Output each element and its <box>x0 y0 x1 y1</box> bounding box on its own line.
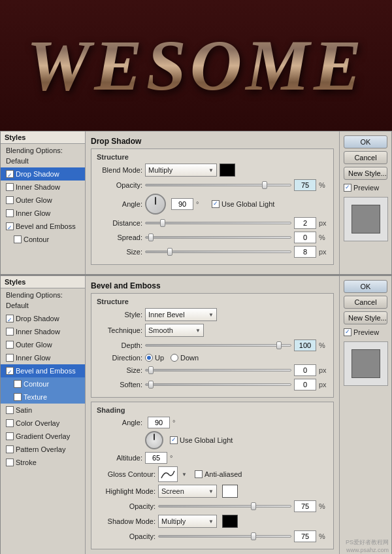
panel1-spread-track[interactable] <box>145 236 291 239</box>
panel2-depth-input[interactable] <box>294 339 316 351</box>
panel2-bevel-emboss-cb[interactable] <box>6 367 14 375</box>
panel1-distance-track[interactable] <box>145 222 291 224</box>
panel2-highlight-opacity-input[interactable] <box>294 500 316 512</box>
panel1-cancel-btn[interactable]: Cancel <box>344 151 387 164</box>
panel1-angle-dial[interactable] <box>145 194 166 215</box>
panel2-size-thumb[interactable] <box>148 366 154 374</box>
panel1-contour[interactable]: Contour <box>1 233 85 246</box>
panel1-bevel-emboss[interactable]: Bevel and Emboss <box>1 220 85 233</box>
panel2-new-style-btn[interactable]: New Style... <box>344 311 387 324</box>
panel1-outer-glow-cb[interactable] <box>6 196 14 204</box>
panel2-color-overlay-cb[interactable] <box>6 419 14 427</box>
panel1-opacity-input[interactable] <box>294 179 316 191</box>
panel2-shadow-swatch[interactable] <box>222 515 238 528</box>
panel1-angle-input[interactable] <box>171 198 193 210</box>
panel2-inner-shadow-cb[interactable] <box>6 328 14 336</box>
panel2-gloss-contour-box[interactable] <box>158 466 178 482</box>
panel2-direction-up-radio[interactable] <box>145 354 153 362</box>
panel2-satin[interactable]: Satin <box>1 404 85 417</box>
panel1-size-thumb[interactable] <box>167 248 172 256</box>
panel2-shadow-opacity-input[interactable] <box>294 530 316 542</box>
panel2-color-overlay[interactable]: Color Overlay <box>1 417 85 430</box>
panel2-direction-up[interactable]: Up <box>145 354 164 362</box>
panel2-cancel-btn[interactable]: Cancel <box>344 296 387 309</box>
panel1-bevel-emboss-cb[interactable] <box>6 222 14 230</box>
panel2-highlight-swatch[interactable] <box>222 485 238 498</box>
panel2-stroke-cb[interactable] <box>6 459 14 466</box>
panel2-technique-dropdown[interactable]: Smooth ▼ <box>145 324 204 337</box>
panel2-pattern-overlay[interactable]: Pattern Overlay <box>1 443 85 456</box>
panel1-distance-input[interactable] <box>294 217 316 229</box>
panel2-satin-cb[interactable] <box>6 406 14 414</box>
panel1-blend-dropdown[interactable]: Multiply ▼ <box>145 164 217 177</box>
panel1-size-input[interactable] <box>294 246 316 258</box>
panel1-inner-glow[interactable]: Inner Glow <box>1 207 85 220</box>
panel1-blending-options[interactable]: Blending Options: Default <box>1 144 85 167</box>
panel1-inner-glow-cb[interactable] <box>6 209 14 217</box>
panel1-spread-input[interactable] <box>294 232 316 243</box>
panel1-drop-shadow-cb[interactable] <box>6 170 14 178</box>
panel2-stroke[interactable]: Stroke <box>1 456 85 469</box>
panel2-shadow-mode-dropdown[interactable]: Multiply ▼ <box>158 515 217 528</box>
panel2-ok-btn[interactable]: OK <box>344 280 387 293</box>
panel1-contour-cb[interactable] <box>14 235 22 243</box>
panel2-global-light-cb[interactable] <box>170 436 178 444</box>
panel2-inner-glow[interactable]: Inner Glow <box>1 351 85 364</box>
panel2-bevel-emboss[interactable]: Bevel and Emboss <box>1 364 85 377</box>
panel2-soften-thumb[interactable] <box>148 381 154 389</box>
panel2-texture[interactable]: Texture <box>1 390 85 404</box>
panel2-texture-label: Texture <box>24 392 47 402</box>
panel2-blending-options[interactable]: Blending Options: Default <box>1 288 85 312</box>
panel2-anti-alias-cb[interactable] <box>195 470 203 478</box>
panel2-drop-shadow-cb[interactable] <box>6 315 14 322</box>
panel2-highlight-dropdown[interactable]: Screen ▼ <box>158 485 217 498</box>
panel1-ok-btn[interactable]: OK <box>344 135 387 148</box>
panel1-outer-glow[interactable]: Outer Glow <box>1 194 85 207</box>
panel1-preview-box <box>344 197 388 241</box>
panel2-altitude-input[interactable] <box>145 452 167 464</box>
panel2-shadow-opacity-thumb[interactable] <box>251 532 256 540</box>
panel2-preview-cb[interactable] <box>344 328 351 336</box>
panel2-highlight-opacity-thumb[interactable] <box>251 502 256 510</box>
panel2-contour-cb[interactable] <box>14 380 22 388</box>
panel1-spread-thumb[interactable] <box>148 234 154 241</box>
panel1-inner-shadow-cb[interactable] <box>6 183 14 191</box>
panel2-direction-down[interactable]: Down <box>171 354 199 362</box>
panel2-direction-down-radio[interactable] <box>171 354 178 362</box>
panel2-highlight-opacity-track[interactable] <box>158 505 291 508</box>
panel1-blend-swatch[interactable] <box>220 164 235 177</box>
panel2-soften-input[interactable] <box>294 379 316 390</box>
panel2-depth-thumb[interactable] <box>276 341 282 349</box>
panel2-size-track[interactable] <box>145 369 291 372</box>
panel1-inner-shadow[interactable]: Inner Shadow <box>1 181 85 194</box>
panel2-outer-glow[interactable]: Outer Glow <box>1 338 85 351</box>
panel2-size-input[interactable] <box>294 364 316 376</box>
panel2-drop-shadow[interactable]: Drop Shadow <box>1 312 85 325</box>
panel2-pattern-overlay-cb[interactable] <box>6 445 14 453</box>
panel2-shadow-opacity-track[interactable] <box>158 535 291 538</box>
drop-shadow-panel: Styles Blending Options: Default Drop Sh… <box>0 131 392 275</box>
panel2-texture-cb[interactable] <box>14 393 22 401</box>
panel2-shading-angle-input[interactable] <box>148 417 170 428</box>
panel1-opacity-track[interactable] <box>145 184 291 186</box>
panel2-inner-glow-cb[interactable] <box>6 354 14 362</box>
panel1-size-track[interactable] <box>145 251 291 253</box>
panel2-style-dropdown[interactable]: Inner Bevel ▼ <box>145 308 217 321</box>
panel2-inner-shadow[interactable]: Inner Shadow <box>1 325 85 338</box>
panel2-soften-track[interactable] <box>145 383 291 386</box>
panel2-gradient-overlay[interactable]: Gradient Overlay <box>1 430 85 443</box>
panel1-distance-thumb[interactable] <box>160 219 165 227</box>
panel1-opacity-thumb[interactable] <box>262 181 267 189</box>
panel2-shading-dial[interactable] <box>145 431 163 449</box>
panel1-new-style-btn[interactable]: New Style... <box>344 167 387 180</box>
panel2-outer-glow-cb[interactable] <box>6 341 14 349</box>
panel1-preview-cb[interactable] <box>344 184 351 192</box>
panel2-shadow-opacity-slider <box>158 535 291 538</box>
panel2-depth-track[interactable] <box>145 344 291 347</box>
panel1-drop-shadow[interactable]: Drop Shadow <box>1 167 85 181</box>
panel2-contour[interactable]: Contour <box>1 377 85 390</box>
panel1-blend-arrow: ▼ <box>208 167 214 173</box>
panel2-direction-down-label: Down <box>180 354 199 362</box>
panel2-gradient-overlay-cb[interactable] <box>6 432 14 440</box>
panel1-global-light-cb[interactable] <box>212 200 220 208</box>
